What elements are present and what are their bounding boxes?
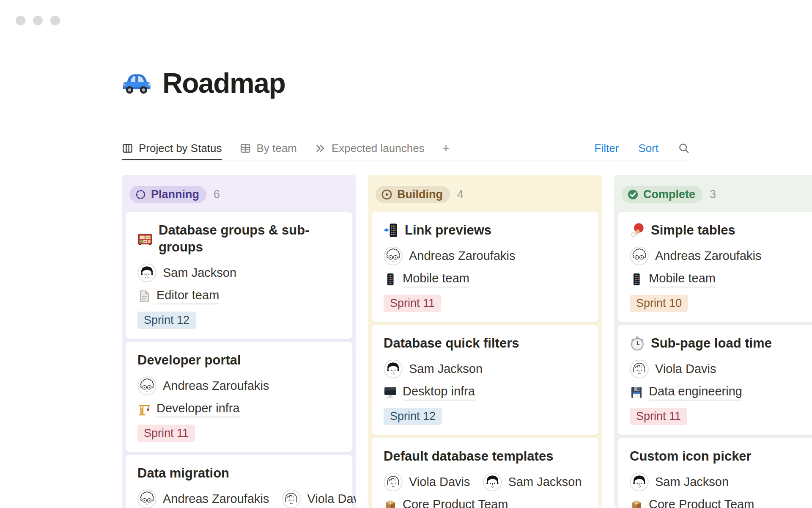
card[interactable]: Custom icon picker Sam Jackson Core Prod… [617, 438, 812, 508]
team-row: Data engineering [630, 384, 812, 400]
team-link[interactable]: Core Product Team [649, 497, 754, 508]
card[interactable]: Developer portal Andreas Zaroufakis Deve… [125, 342, 353, 452]
dashed-circle-icon [135, 189, 146, 200]
assignee-row: Sam Jackson [137, 263, 340, 282]
floppy-disk-icon [630, 386, 643, 399]
team-link[interactable]: Developer infra [156, 401, 240, 417]
sam-avatar [483, 472, 502, 491]
tab-divider [122, 160, 690, 160]
column-header: Planning 6 [129, 186, 353, 203]
window-controls [16, 16, 60, 25]
assignee-row: Andreas Zaroufakis Viola Davis [137, 489, 340, 508]
team-row: Mobile team [630, 271, 812, 287]
window-control-dot[interactable] [50, 16, 60, 25]
sam-avatar [137, 263, 156, 282]
team-link[interactable]: Mobile team [403, 271, 469, 287]
viola-avatar [384, 472, 403, 491]
double-chevron-right-icon [315, 143, 326, 154]
assignee: Viola Davis [630, 359, 716, 378]
mobile-phone-icon [384, 273, 397, 286]
card-title: Data migration [137, 465, 340, 482]
tab-expected-launches[interactable]: Expected launches [315, 136, 425, 160]
assignee-row: Andreas Zaroufakis [137, 376, 340, 395]
team-link[interactable]: Core Product Team [403, 497, 508, 508]
tab-by-team[interactable]: By team [240, 136, 297, 160]
column-header: Complete 3 [622, 186, 812, 203]
search-button[interactable] [678, 142, 690, 154]
team-row: Core Product Team [630, 497, 812, 508]
assignee: Viola Davis [282, 489, 356, 508]
sprint-tag: Sprint 11 [630, 408, 687, 425]
sam-avatar [384, 359, 403, 378]
status-pill-building[interactable]: Building [376, 186, 450, 203]
sort-button[interactable]: Sort [638, 142, 658, 155]
assignee-row: Sam Jackson [630, 472, 812, 491]
crane-icon [137, 403, 151, 416]
kanban-board: Planning 6 Database groups & sub-groups … [122, 175, 812, 508]
check-circle-icon [627, 189, 639, 200]
card[interactable]: Simple tables Andreas Zaroufakis Mobile … [617, 212, 812, 322]
sprint-tag: Sprint 11 [137, 425, 195, 442]
team-row: Developer infra [137, 401, 340, 417]
andreas-avatar [137, 376, 156, 395]
assignee: Sam Jackson [137, 263, 236, 282]
card-title: Sub-page load time [630, 335, 812, 352]
page-icon [137, 290, 151, 303]
andreas-avatar [137, 489, 156, 508]
card-title: Simple tables [630, 222, 812, 239]
card-title: Database quick filters [384, 335, 587, 352]
team-row: Desktop infra [384, 384, 587, 400]
page-header: Roadmap [121, 67, 285, 99]
assignee: Sam Jackson [384, 359, 483, 378]
filter-button[interactable]: Filter [595, 142, 619, 155]
board-view-icon [122, 143, 133, 154]
window-control-dot[interactable] [33, 16, 43, 25]
card-title: Developer portal [137, 352, 340, 369]
tab-project-by-status[interactable]: Project by Status [122, 136, 222, 160]
card[interactable]: Data migration Andreas Zaroufakis Viola … [125, 455, 353, 508]
card[interactable]: Default database templates Viola Davis S… [371, 438, 599, 508]
sprint-tag: Sprint 11 [384, 295, 441, 312]
stopwatch-icon [630, 336, 645, 351]
card[interactable]: Sub-page load time Viola Davis Data engi… [617, 325, 812, 435]
column-building: Building 4 Link previews Andreas Zaroufa… [368, 175, 602, 508]
play-circle-icon [381, 189, 392, 200]
assignee: Sam Jackson [483, 472, 582, 491]
team-link[interactable]: Data engineering [649, 384, 742, 400]
column-header: Building 4 [376, 186, 599, 203]
card[interactable]: Database groups & sub-groups Sam Jackson… [125, 212, 353, 339]
column-count: 6 [214, 188, 220, 201]
bento-box-icon [137, 231, 153, 246]
column-planning: Planning 6 Database groups & sub-groups … [122, 175, 356, 508]
column-count: 4 [457, 188, 464, 201]
status-pill-planning[interactable]: Planning [129, 186, 206, 203]
status-pill-complete[interactable]: Complete [622, 186, 702, 203]
team-link[interactable]: Mobile team [649, 271, 716, 287]
sam-avatar [630, 472, 649, 491]
viola-avatar [630, 359, 649, 378]
team-row: Mobile team [384, 271, 587, 287]
package-icon [630, 499, 643, 508]
viola-avatar [282, 489, 301, 508]
card-title: Link previews [384, 222, 587, 239]
car-emoji-icon [121, 70, 152, 96]
window-control-dot[interactable] [16, 16, 25, 25]
sprint-tag: Sprint 12 [384, 408, 442, 425]
phone-arrow-icon [384, 223, 399, 238]
table-view-icon [240, 143, 251, 154]
assignee-row: Andreas Zaroufakis [630, 246, 812, 265]
card[interactable]: Link previews Andreas Zaroufakis Mobile … [371, 212, 599, 322]
toolbar: Filter Sort [595, 142, 690, 155]
card[interactable]: Database quick filters Sam Jackson Deskt… [371, 325, 599, 435]
assignee: Viola Davis [384, 472, 470, 491]
andreas-avatar [630, 246, 649, 265]
team-link[interactable]: Desktop infra [403, 384, 475, 400]
team-link[interactable]: Editor team [156, 288, 219, 304]
team-row: Editor team [137, 288, 340, 304]
ping-pong-icon [630, 223, 645, 238]
sprint-tag: Sprint 10 [630, 295, 688, 312]
plus-icon: + [442, 141, 450, 155]
add-view-button[interactable]: + [442, 136, 450, 160]
card-title: Database groups & sub-groups [137, 222, 340, 256]
assignee-row: Andreas Zaroufakis [384, 246, 587, 265]
